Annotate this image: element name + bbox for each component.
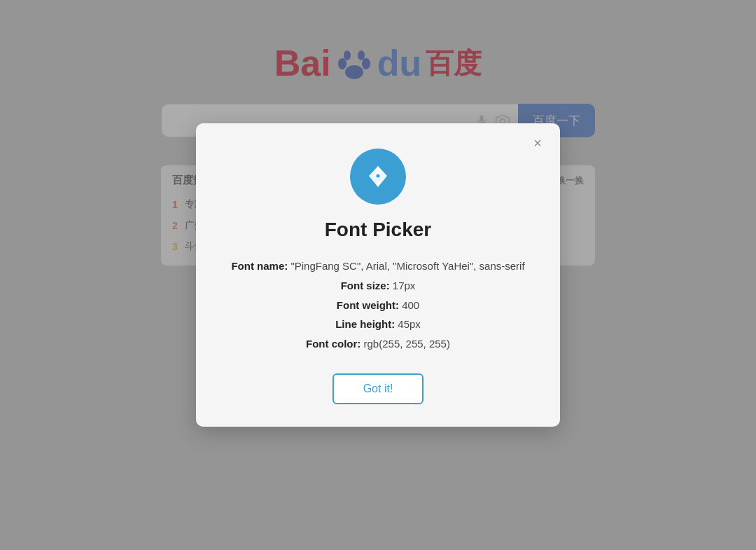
font-weight-label: Font weight: bbox=[337, 299, 399, 311]
font-size-label: Font size: bbox=[341, 280, 390, 291]
font-picker-icon-circle bbox=[350, 149, 406, 205]
font-name-label: Font name: bbox=[231, 260, 288, 272]
font-weight-row: Font weight: 400 bbox=[224, 296, 532, 315]
font-picker-modal: × Font Picker Font name: "PingFang SC", … bbox=[196, 123, 560, 427]
font-weight-value: 400 bbox=[402, 299, 419, 311]
pen-nib-icon bbox=[363, 162, 393, 191]
modal-info: Font name: "PingFang SC", Arial, "Micros… bbox=[224, 256, 532, 354]
got-it-button[interactable]: Got it! bbox=[332, 373, 424, 404]
line-height-row: Line height: 45px bbox=[224, 315, 532, 334]
font-color-value: rgb(255, 255, 255) bbox=[364, 338, 450, 350]
modal-title: Font Picker bbox=[325, 219, 431, 241]
modal-close-button[interactable]: × bbox=[528, 133, 547, 153]
font-size-row: Font size: 17px bbox=[224, 276, 532, 296]
line-height-label: Line height: bbox=[335, 318, 395, 330]
svg-point-7 bbox=[377, 174, 380, 178]
modal-overlay: × Font Picker Font name: "PingFang SC", … bbox=[0, 0, 756, 550]
font-name-value: "PingFang SC", Arial, "Microsoft YaHei",… bbox=[290, 260, 524, 272]
font-size-value: 17px bbox=[393, 280, 416, 291]
font-color-label: Font color: bbox=[306, 338, 360, 350]
line-height-value: 45px bbox=[398, 318, 421, 330]
font-color-row: Font color: rgb(255, 255, 255) bbox=[224, 334, 532, 354]
font-name-row: Font name: "PingFang SC", Arial, "Micros… bbox=[224, 256, 532, 276]
